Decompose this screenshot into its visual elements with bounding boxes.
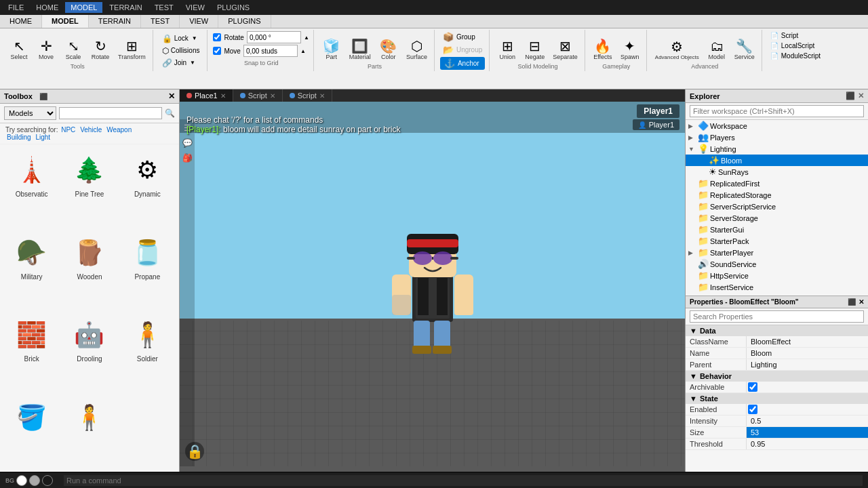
lock-dropdown-icon[interactable]: ▼ [192, 35, 197, 41]
toolbox-item-Pine Tree[interactable]: 🌲 Pine Tree [62, 148, 117, 228]
tree-item-soundservice[interactable]: ▶ 🔊 SoundService [686, 258, 868, 270]
lock-button[interactable]: 🔒 Lock ▼ [160, 33, 202, 44]
toolbox-expand-icon[interactable]: ⬛ [39, 93, 47, 100]
tab-terrain[interactable]: TERRAIN [89, 15, 141, 28]
tree-item-httpservice[interactable]: ▶ 📁 HttpService [686, 270, 868, 281]
bg-gray-button[interactable] [29, 475, 40, 486]
viewport-tab-script2[interactable]: Script ✕ [283, 89, 332, 102]
separate-button[interactable]: ⊠ Separate [550, 38, 580, 62]
anchor-button[interactable]: ⚓ Anchor [440, 57, 485, 70]
toolbox-item-Propane[interactable]: 🫙 Propane [120, 231, 175, 311]
service-button[interactable]: 🔧 Service [732, 38, 757, 62]
toolbox-search-button[interactable]: 🔍 [165, 108, 175, 118]
union-button[interactable]: ⊞ Union [495, 38, 519, 62]
menu-model[interactable]: MODEL [65, 2, 102, 13]
suggest-vehicle[interactable]: Vehicle [80, 126, 102, 134]
toolbar-chat-icon[interactable]: 💬 [181, 137, 194, 149]
toolbar-bag-icon[interactable]: 🎒 [181, 152, 194, 164]
tab-view[interactable]: VIEW [180, 15, 218, 28]
tree-item-starterplayer[interactable]: ▶ 📁 StarterPlayer [686, 247, 868, 258]
prop-checkbox-archivable[interactable] [748, 382, 757, 392]
tree-item-players[interactable]: ▶ 👥 Players [686, 131, 868, 143]
command-input[interactable] [64, 475, 863, 486]
collisions-button[interactable]: ⬡ Collisions [160, 45, 202, 56]
toolbox-item-Dynamic[interactable]: ⚙ Dynamic [120, 148, 175, 228]
suggest-building[interactable]: Building [7, 134, 31, 141]
move-up-arrow[interactable]: ▲ [300, 48, 306, 54]
move-snap-checkbox[interactable] [213, 47, 221, 55]
rotate-snap-input[interactable] [247, 31, 301, 43]
viewport-tab-script1[interactable]: Script ✕ [233, 89, 283, 102]
properties-close-button[interactable]: ✕ [859, 298, 864, 306]
menu-file[interactable]: FILE [3, 2, 29, 13]
toolbox-item-Military[interactable]: 🪖 Military [4, 231, 59, 311]
tree-item-sunrays[interactable]: ▶ ☀ SunRays [686, 166, 868, 178]
toolbox-item-Soldier[interactable]: 🧍 Soldier [120, 313, 175, 393]
script-button[interactable]: 📄 Script [768, 31, 823, 40]
viewport[interactable]: Place1 ✕ Script ✕ Script ✕ ☰ 💬 🎒 [180, 89, 685, 472]
tree-item-serverstorage[interactable]: ▶ 📁 ServerStorage [686, 212, 868, 224]
join-dropdown-icon[interactable]: ▼ [190, 60, 195, 66]
viewport-canvas[interactable]: ☰ 💬 🎒 Player1 👤 Player1 Please chat '/?'… [180, 102, 685, 466]
modulescript-button[interactable]: 📄 ModuleScript [768, 52, 823, 60]
toolbox-search-input[interactable] [59, 107, 162, 119]
prop-section-state[interactable]: ▼State [686, 393, 868, 404]
material-button[interactable]: 🔲 Material [347, 38, 374, 62]
surface-button[interactable]: ⬡ Surface [403, 38, 430, 62]
toolbox-item-10[interactable]: 🧍 [62, 396, 117, 468]
toolbox-item-Observatic[interactable]: 🗼 Observatic [4, 148, 59, 228]
menu-terrain[interactable]: TERRAIN [104, 2, 147, 13]
effects-button[interactable]: 🔥 Effects [591, 38, 615, 62]
tab-close-script1[interactable]: ✕ [270, 92, 275, 100]
menu-test[interactable]: TEST [149, 2, 179, 13]
viewport-tab-place1[interactable]: Place1 ✕ [180, 89, 233, 102]
properties-expand-button[interactable]: ⬛ [848, 298, 856, 306]
prop-section-behavior[interactable]: ▼Behavior [686, 371, 868, 382]
suggest-light[interactable]: Light [35, 134, 50, 141]
explorer-expand-button[interactable]: ⬛ [846, 92, 855, 100]
toolbox-category-select[interactable]: Models [4, 106, 56, 120]
spawn-button[interactable]: ✦ Spawn [618, 38, 642, 62]
menu-view[interactable]: VIEW [180, 2, 210, 13]
tree-item-bloom[interactable]: ▶ ✨ Bloom [686, 155, 868, 166]
advanced-objects-button[interactable]: ⚙ Advanced Objects [652, 39, 702, 62]
scale-button[interactable]: ⤡ Scale [61, 38, 85, 62]
color-button[interactable]: 🎨 Color [376, 38, 401, 62]
explorer-close-button[interactable]: ✕ [858, 92, 864, 100]
toolbox-item-Brick[interactable]: 🧱 Brick [4, 313, 59, 393]
toolbox-item-9[interactable]: 🪣 [4, 396, 59, 468]
prop-checkbox-enabled[interactable] [748, 405, 757, 414]
prop-section-data[interactable]: ▼Data [686, 325, 868, 336]
tab-plugins[interactable]: PLUGINS [218, 15, 271, 28]
model-button[interactable]: 🗂 Model [705, 38, 729, 62]
toolbox-close-button[interactable]: ✕ [168, 92, 175, 101]
bg-white-button[interactable] [16, 475, 27, 486]
rotate-snap-checkbox[interactable] [213, 33, 221, 41]
select-button[interactable]: ↖ Select [7, 38, 31, 62]
suggest-weapon[interactable]: Weapon [106, 126, 132, 134]
menu-plugins[interactable]: PLUGINS [212, 2, 255, 13]
tree-item-replicatedfirst[interactable]: ▶ 📁 ReplicatedFirst [686, 178, 868, 189]
tree-item-startergui[interactable]: ▶ 📁 StarterGui [686, 224, 868, 235]
tree-item-serverscriptservice[interactable]: ▶ 📁 ServerScriptService [686, 201, 868, 212]
toolbox-item-Drooling[interactable]: 🤖 Drooling [62, 313, 117, 393]
bg-black-button[interactable] [42, 475, 53, 486]
tab-close-script2[interactable]: ✕ [319, 92, 325, 100]
rotate-up-arrow[interactable]: ▲ [304, 35, 309, 41]
suggest-npc[interactable]: NPC [61, 126, 75, 134]
group-button[interactable]: 📦 Group [440, 31, 485, 43]
move-snap-input[interactable] [243, 45, 298, 57]
tab-close-place1[interactable]: ✕ [220, 92, 226, 100]
lock-overlay-button[interactable]: 🔒 [185, 442, 204, 461]
localscript-button[interactable]: 📄 LocalScript [768, 41, 823, 50]
tree-item-insertservice[interactable]: ▶ 📁 InsertService [686, 281, 868, 293]
tree-item-replicatedstorage[interactable]: ▶ 📁 ReplicatedStorage [686, 189, 868, 201]
part-button[interactable]: 🧊 Part [319, 38, 344, 62]
move-button[interactable]: ✛ Move [34, 38, 58, 62]
tree-item-lighting[interactable]: ▼ 💡 Lighting [686, 143, 868, 155]
rotate-button[interactable]: ↻ Rotate [88, 38, 113, 62]
tab-test[interactable]: TEST [141, 15, 180, 28]
properties-search-input[interactable] [690, 310, 864, 323]
menu-home[interactable]: HOME [31, 2, 64, 13]
tree-item-starterpack[interactable]: ▶ 📁 StarterPack [686, 235, 868, 247]
